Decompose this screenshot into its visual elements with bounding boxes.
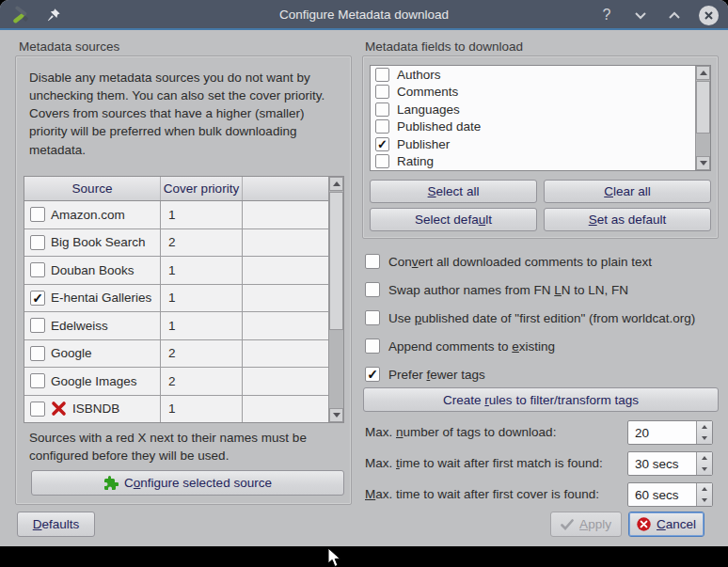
set-as-default-button[interactable]: Set as default (544, 208, 711, 231)
spinbox-buttons[interactable] (696, 483, 712, 506)
option-row[interactable]: Convert all downloaded comments to plain… (365, 252, 652, 271)
cover-priority-cell[interactable]: 1 (161, 285, 243, 312)
source-name-cell[interactable]: Edelweiss (24, 312, 161, 339)
source-name-cell[interactable]: Amazon.com (24, 201, 161, 228)
spinbox-value[interactable]: 20 (628, 421, 696, 444)
spin-down-icon[interactable] (697, 495, 712, 506)
source-checkbox[interactable] (30, 402, 45, 417)
source-checkbox[interactable] (30, 262, 45, 277)
field-checkbox[interactable] (375, 68, 389, 82)
spin-up-icon[interactable] (697, 421, 712, 433)
fields-list-scrollbar[interactable] (695, 66, 710, 170)
field-checkbox[interactable] (375, 85, 389, 99)
titlebar[interactable]: Configure Metadata download ? (0, 0, 728, 30)
clear-all-button[interactable]: Clear all (544, 180, 711, 203)
source-row[interactable]: ISBNDB1 (24, 396, 328, 423)
maximize-icon[interactable] (664, 5, 685, 25)
source-name-cell[interactable]: ISBNDB (24, 396, 161, 423)
scrollbar-thumb[interactable] (696, 81, 710, 134)
field-item[interactable]: Rating (371, 153, 710, 171)
scroll-down-icon[interactable] (696, 156, 710, 170)
field-item[interactable]: Published date (371, 118, 710, 136)
spin-up-icon[interactable] (697, 483, 712, 495)
spinbox-buttons[interactable] (696, 452, 712, 475)
sources-table-scrollbar[interactable] (328, 177, 343, 422)
option-row[interactable]: Append comments to existing (365, 337, 555, 355)
fields-list[interactable]: AuthorsCommentsLanguagesPublished date✓P… (370, 65, 711, 171)
option-checkbox[interactable]: ✓ (365, 367, 380, 382)
option-checkbox[interactable] (365, 339, 380, 354)
cover-priority-cell[interactable]: 2 (161, 340, 243, 368)
sources-table-header[interactable]: Source Cover priority (24, 177, 328, 201)
spin-down-icon[interactable] (697, 464, 712, 475)
scroll-up-icon[interactable] (696, 66, 710, 80)
source-checkbox[interactable] (30, 207, 45, 222)
option-row[interactable]: ✓Prefer fewer tags (365, 365, 485, 384)
source-checkbox[interactable] (30, 373, 45, 388)
cover-priority-cell[interactable]: 1 (161, 312, 243, 339)
select-all-button[interactable]: Select all (370, 180, 537, 203)
source-name: Amazon.com (51, 208, 125, 222)
source-name-cell[interactable]: Big Book Search (24, 229, 161, 257)
minimize-icon[interactable] (630, 5, 651, 25)
option-row[interactable]: Use published date of "first edition" (f… (365, 308, 695, 327)
scrollbar-thumb[interactable] (329, 192, 343, 330)
configure-selected-source-button[interactable]: Configure selected source (31, 470, 344, 496)
option-checkbox[interactable] (365, 310, 380, 325)
cover-priority-cell[interactable]: 1 (161, 201, 243, 228)
spinbox-buttons[interactable] (696, 421, 712, 444)
scroll-down-icon[interactable] (329, 408, 343, 422)
spinbox[interactable]: 30 secs (627, 451, 713, 476)
source-row[interactable]: Big Book Search2 (24, 229, 328, 258)
cover-priority-cell[interactable]: 2 (161, 368, 243, 395)
option-label: Append comments to existing (388, 339, 555, 354)
column-header-source[interactable]: Source (24, 177, 161, 200)
cancel-button[interactable]: Cancel (628, 512, 704, 537)
source-name-cell[interactable]: Douban Books (24, 257, 161, 284)
source-row[interactable]: Amazon.com1 (24, 201, 328, 229)
option-checkbox[interactable] (365, 254, 380, 269)
column-header-cover-priority[interactable]: Cover priority (161, 177, 243, 200)
source-row[interactable]: ✓E-hentai Galleries1 (24, 285, 328, 313)
configure-selected-source-label: Configure selected source (124, 476, 272, 490)
source-row[interactable]: Douban Books1 (24, 257, 328, 285)
select-default-button[interactable]: Select default (370, 208, 537, 231)
scroll-up-icon[interactable] (329, 177, 343, 191)
source-row[interactable]: Google2 (24, 340, 328, 369)
field-checkbox[interactable] (375, 102, 389, 117)
spinbox[interactable]: 20 (627, 420, 713, 445)
apply-button[interactable]: Apply (550, 512, 622, 537)
source-name-cell[interactable]: ✓E-hentai Galleries (24, 285, 161, 312)
field-checkbox[interactable] (375, 154, 389, 168)
source-checkbox[interactable]: ✓ (30, 291, 45, 306)
source-name-cell[interactable]: Google Images (24, 368, 161, 395)
source-row[interactable]: Google Images2 (24, 368, 328, 396)
field-checkbox[interactable] (375, 119, 389, 134)
cover-priority-cell[interactable]: 1 (161, 257, 243, 284)
cover-priority-cell[interactable]: 2 (161, 229, 243, 257)
sources-table[interactable]: Source Cover priority Amazon.com1Big Boo… (24, 176, 344, 423)
source-name-cell[interactable]: Google (24, 340, 161, 368)
spinbox-value[interactable]: 60 secs (628, 483, 696, 506)
create-rules-button[interactable]: Create rules to filter/transform tags (363, 387, 719, 412)
help-icon[interactable]: ? (596, 5, 617, 25)
cover-priority-cell[interactable]: 1 (161, 396, 243, 423)
field-checkbox[interactable]: ✓ (375, 137, 389, 151)
spin-up-icon[interactable] (697, 452, 712, 464)
field-item[interactable]: Languages (371, 101, 710, 118)
option-row[interactable]: Swap author names from FN LN to LN, FN (365, 280, 628, 299)
source-checkbox[interactable] (30, 346, 45, 361)
field-item[interactable]: ✓Publisher (371, 135, 710, 153)
pin-icon[interactable] (43, 5, 64, 25)
defaults-button[interactable]: Defaults (17, 512, 95, 537)
source-row[interactable]: Edelweiss1 (24, 312, 328, 340)
field-item[interactable]: Authors (371, 66, 710, 84)
option-checkbox[interactable] (365, 282, 380, 297)
spinbox[interactable]: 60 secs (627, 482, 713, 507)
source-checkbox[interactable] (30, 318, 45, 333)
close-icon[interactable] (698, 5, 719, 25)
spinbox-value[interactable]: 30 secs (628, 452, 696, 475)
field-item[interactable]: Comments (371, 84, 710, 102)
spin-down-icon[interactable] (697, 433, 712, 444)
source-checkbox[interactable] (30, 235, 45, 250)
